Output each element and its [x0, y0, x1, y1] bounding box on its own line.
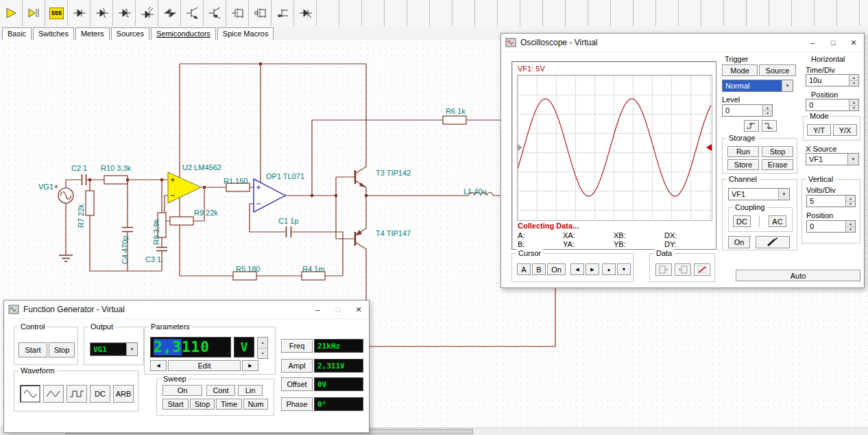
- fg-stop-button[interactable]: Stop: [49, 342, 75, 357]
- trigger-level-down-icon[interactable]: ▼: [763, 111, 772, 117]
- maximize-button[interactable]: □: [823, 34, 843, 51]
- diode-icon[interactable]: [68, 0, 91, 26]
- volts-div-spinner[interactable]: 5 ▲▼: [806, 195, 856, 207]
- sweep-lin-button[interactable]: Lin: [238, 385, 263, 396]
- digit-right-icon[interactable]: ▶: [242, 360, 258, 371]
- npn-transistor-icon[interactable]: [181, 0, 204, 26]
- fg-start-button[interactable]: Start: [19, 342, 47, 357]
- tab-sources[interactable]: Sources: [111, 27, 149, 40]
- timer-555-icon[interactable]: 555: [45, 0, 68, 26]
- storage-stop-button[interactable]: Stop: [762, 146, 793, 157]
- time-div-up-icon[interactable]: ▲: [849, 75, 858, 81]
- output-select[interactable]: VG1 ▼: [90, 342, 138, 356]
- oscilloscope-titlebar[interactable]: Oscilloscope - Virtual – □ ✕: [501, 34, 864, 52]
- tab-meters[interactable]: Meters: [75, 27, 110, 40]
- schottky-diode-icon[interactable]: [113, 0, 136, 26]
- cursor-b-button[interactable]: B: [532, 263, 546, 275]
- volts-div-up-icon[interactable]: ▲: [846, 196, 855, 202]
- sweep-num-button[interactable]: Num: [243, 399, 268, 410]
- run-icon[interactable]: [0, 0, 23, 26]
- x-source-dropdown-icon[interactable]: ▼: [847, 154, 858, 165]
- freq-button[interactable]: Freq: [281, 339, 313, 353]
- trigger-mode-select[interactable]: Normal ▼: [722, 80, 793, 92]
- time-div-down-icon[interactable]: ▼: [849, 81, 858, 86]
- parameter-spinner[interactable]: ▲ ▼: [257, 337, 268, 359]
- pmos-transistor-icon[interactable]: [249, 0, 272, 26]
- waveform-triangle-icon[interactable]: [43, 385, 64, 403]
- storage-store-button[interactable]: Store: [727, 159, 759, 170]
- horizontal-position-down-icon[interactable]: ▼: [849, 106, 858, 111]
- digit-left-icon[interactable]: ◀: [150, 360, 167, 371]
- trigger-level-up-icon[interactable]: ▲: [763, 105, 772, 111]
- cursor-a-button[interactable]: A: [517, 263, 531, 275]
- trigger-falling-edge-icon[interactable]: [762, 120, 777, 132]
- function-generator-titlebar[interactable]: Function Generator - Virtual – □ ✕: [4, 301, 369, 319]
- led-icon[interactable]: [136, 0, 158, 26]
- sweep-cont-button[interactable]: Cont: [206, 385, 235, 396]
- channel-dropdown-icon[interactable]: ▼: [778, 189, 789, 200]
- waveform-arb-button[interactable]: ARB: [113, 385, 134, 403]
- tab-spice-macros[interactable]: Spice Macros: [217, 27, 274, 40]
- ampl-button[interactable]: Ampl: [281, 359, 313, 373]
- jfet-transistor-icon[interactable]: [272, 0, 294, 26]
- fg-minimize-button[interactable]: –: [307, 301, 328, 318]
- cursor-jump-up-icon[interactable]: ▲: [602, 263, 616, 275]
- vertical-position-spinner[interactable]: 0 ▲▼: [806, 220, 856, 233]
- sweep-stop-button[interactable]: Stop: [190, 399, 215, 410]
- time-div-spinner[interactable]: 10u ▲▼: [806, 74, 859, 86]
- phase-button[interactable]: Phase: [281, 397, 313, 411]
- cursor-jump-down-icon[interactable]: ▼: [617, 263, 631, 275]
- parameter-value-display[interactable]: 2,3110: [150, 337, 231, 357]
- channel-on-button[interactable]: On: [728, 236, 750, 248]
- channel-probe-icon[interactable]: [756, 236, 790, 248]
- scope-plot[interactable]: [517, 75, 712, 221]
- tab-basic[interactable]: Basic: [2, 27, 32, 40]
- diac-icon[interactable]: [158, 0, 181, 26]
- data-report-icon[interactable]: [694, 263, 710, 276]
- cursor-right-icon[interactable]: ▶: [586, 263, 599, 275]
- coupling-dc-button[interactable]: DC: [733, 215, 751, 227]
- volts-div-down-icon[interactable]: ▼: [846, 202, 855, 207]
- tab-switches[interactable]: Switches: [33, 27, 74, 40]
- nmos-transistor-icon[interactable]: [226, 0, 249, 26]
- storage-run-button[interactable]: Run: [727, 146, 759, 157]
- minimize-button[interactable]: –: [802, 34, 823, 51]
- trigger-source-button[interactable]: Source: [759, 64, 796, 76]
- sweep-on-button[interactable]: On: [162, 385, 202, 396]
- waveform-sine-icon[interactable]: [20, 385, 40, 403]
- coupling-ac-button[interactable]: AC: [769, 215, 786, 227]
- cursor-left-icon[interactable]: ◀: [570, 263, 584, 275]
- auto-button[interactable]: Auto: [736, 270, 860, 281]
- vertical-position-up-icon[interactable]: ▲: [846, 221, 855, 227]
- horizontal-position-spinner[interactable]: 0 ▲▼: [806, 99, 859, 111]
- scr-thyristor-icon[interactable]: [294, 0, 317, 26]
- horizontal-position-up-icon[interactable]: ▲: [849, 99, 858, 106]
- run-fast-icon[interactable]: [23, 0, 45, 26]
- x-source-select[interactable]: VF1 ▼: [806, 153, 859, 165]
- offset-button[interactable]: Offset: [281, 377, 313, 391]
- parameter-up-icon[interactable]: ▲: [258, 338, 267, 349]
- trigger-level-spinner[interactable]: 0 ▲▼: [722, 104, 773, 117]
- close-button[interactable]: ✕: [843, 34, 864, 51]
- output-dropdown-icon[interactable]: ▼: [126, 343, 137, 355]
- fg-close-button[interactable]: ✕: [348, 301, 369, 318]
- edit-button[interactable]: Edit: [168, 360, 241, 371]
- channel-select[interactable]: VF1 ▼: [728, 188, 790, 200]
- cursor-on-button[interactable]: On: [547, 263, 566, 275]
- trigger-rising-edge-icon[interactable]: [744, 120, 759, 132]
- waveform-square-icon[interactable]: [67, 385, 87, 403]
- pnp-transistor-icon[interactable]: [204, 0, 226, 26]
- fg-maximize-button[interactable]: □: [328, 301, 348, 318]
- waveform-dc-button[interactable]: DC: [90, 385, 110, 403]
- zener-diode-icon[interactable]: [91, 0, 113, 26]
- sweep-start-button[interactable]: Start: [162, 399, 189, 410]
- sweep-time-button[interactable]: Time: [216, 399, 242, 410]
- trigger-mode-dropdown-icon[interactable]: ▼: [782, 80, 793, 91]
- data-import-icon[interactable]: [675, 263, 691, 276]
- vertical-position-down-icon[interactable]: ▼: [846, 227, 855, 233]
- storage-erase-button[interactable]: Erase: [762, 159, 793, 170]
- mode-yt-button[interactable]: Y/T: [807, 124, 831, 136]
- trigger-mode-button[interactable]: Mode: [722, 64, 758, 76]
- parameter-down-icon[interactable]: ▼: [258, 349, 267, 359]
- tab-semiconductors[interactable]: Semiconductors: [151, 27, 216, 40]
